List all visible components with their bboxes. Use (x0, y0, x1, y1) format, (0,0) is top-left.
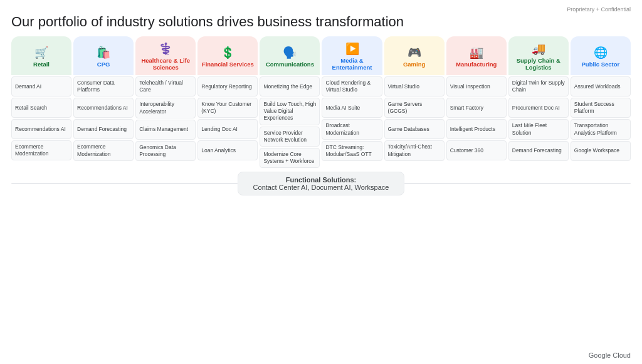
func-line-left (11, 183, 238, 184)
col-header-comms: 🗣️Communications (260, 36, 320, 75)
col-header-cpg: 🛍️CPG (73, 36, 134, 75)
mfg-label: Manufacturing (456, 61, 497, 68)
functional-solutions-box: Functional Solutions: Contact Center AI,… (238, 172, 405, 195)
gaming-icon: 🎮 (408, 46, 421, 60)
cell-comms-0: Monetizing the Edge (260, 76, 320, 96)
col-header-media: ▶️Media & Entertainment (322, 36, 382, 75)
col-cpg: 🛍️CPGConsumer Data PlatformsRecommendati… (73, 36, 134, 160)
cell-health-3: Genomics Data Processing (135, 141, 196, 161)
cell-media-2: Broadcast Modernization (322, 119, 382, 139)
col-header-public: 🌐Public Sector (571, 36, 631, 75)
col-public: 🌐Public SectorAssured WorkloadsStudent S… (571, 36, 631, 160)
cell-financial-0: Regulatory Reporting (197, 76, 258, 96)
cell-health-1: Interoperability Accelerator (135, 98, 196, 118)
cpg-icon: 🛍️ (97, 46, 110, 60)
page-title: Our portfolio of industry solutions driv… (11, 14, 631, 30)
cell-retail-3: Ecommerce Modernization (11, 140, 71, 160)
cell-retail-2: Recommendations AI (11, 119, 71, 139)
col-header-retail: 🛒Retail (11, 36, 71, 75)
cpg-label: CPG (97, 61, 110, 68)
media-label: Media & Entertainment (324, 57, 379, 71)
columns-wrapper: 🛒RetailDemand AIRetail SearchRecommendat… (11, 36, 631, 167)
cell-health-2: Claims Management (135, 120, 196, 140)
func-line-right (404, 183, 631, 184)
cell-gaming-2: Game Databases (384, 119, 445, 139)
cell-financial-1: Know Your Customer (KYC) (197, 98, 258, 118)
google-cloud-label: Google Cloud (11, 351, 631, 359)
col-mfg: 🏭ManufacturingVisual InspectionSmart Fac… (446, 36, 507, 160)
cell-gaming-1: Game Servers (GCGS) (384, 98, 445, 118)
col-header-mfg: 🏭Manufacturing (446, 36, 507, 75)
cell-health-0: Telehealth / Virtual Care (135, 76, 196, 96)
functional-bar: Functional Solutions: Contact Center AI,… (11, 172, 631, 195)
cell-media-3: DTC Streaming: Modular/SaaS OTT (322, 141, 382, 161)
media-icon: ▶️ (345, 42, 359, 56)
cell-cpg-0: Consumer Data Platforms (73, 76, 134, 96)
cell-public-3: Google Workspace (571, 141, 631, 161)
comms-icon: 🗣️ (283, 46, 297, 60)
health-icon: ⚕️ (159, 42, 172, 56)
retail-label: Retail (33, 61, 50, 68)
mfg-icon: 🏭 (470, 46, 483, 60)
col-header-supply: 🚚Supply Chain & Logistics (508, 36, 569, 75)
cell-public-1: Student Success Platform (571, 98, 631, 118)
cell-financial-2: Lending Doc AI (197, 119, 258, 139)
retail-icon: 🛒 (34, 46, 48, 60)
cell-retail-1: Retail Search (11, 98, 71, 118)
cell-comms-3: Modernize Core Systems + Workforce (260, 148, 320, 168)
page-container: Proprietary + Confidential Our portfolio… (0, 0, 642, 364)
col-header-health: ⚕️Healthcare & Life Sciences (135, 36, 196, 75)
col-header-financial: 💲Financial Services (197, 36, 258, 75)
cell-mfg-1: Smart Factory (446, 98, 507, 118)
cell-public-2: Transportation Analytics Platform (571, 119, 631, 139)
cell-mfg-3: Customer 360 (446, 140, 507, 160)
cell-cpg-2: Demand Forecasting (73, 119, 134, 139)
cell-supply-1: Procurement Doc AI (508, 98, 569, 118)
cell-financial-3: Loan Analytics (197, 140, 258, 160)
cell-supply-3: Demand Forecasting (508, 141, 569, 161)
cell-retail-0: Demand AI (11, 76, 71, 96)
gaming-label: Gaming (403, 61, 425, 68)
cell-cpg-1: Recommendations AI (73, 98, 134, 118)
col-supply: 🚚Supply Chain & LogisticsDigital Twin fo… (508, 36, 569, 160)
cell-media-0: Cloud Rendering & Virtual Studio (322, 76, 382, 96)
col-health: ⚕️Healthcare & Life SciencesTelehealth /… (135, 36, 196, 160)
public-label: Public Sector (582, 61, 620, 68)
cell-supply-0: Digital Twin for Supply Chain (508, 76, 569, 96)
col-gaming: 🎮GamingVirtual StudioGame Servers (GCGS)… (384, 36, 445, 160)
confidential-label: Proprietary + Confidential (11, 6, 631, 13)
cell-cpg-3: Ecommerce Modernization (73, 140, 134, 160)
health-label: Healthcare & Life Sciences (138, 57, 193, 71)
col-comms: 🗣️CommunicationsMonetizing the EdgeBuild… (260, 36, 320, 167)
financial-icon: 💲 (221, 46, 234, 60)
col-media: ▶️Media & EntertainmentCloud Rendering &… (322, 36, 382, 160)
financial-label: Financial Services (202, 61, 254, 68)
cell-supply-2: Last Mile Fleet Solution (508, 119, 569, 139)
cell-gaming-0: Virtual Studio (384, 76, 445, 96)
cell-comms-2: Service Provider Network Evolution (260, 127, 320, 147)
col-financial: 💲Financial ServicesRegulatory ReportingK… (197, 36, 258, 160)
cell-comms-1: Build Low Touch, High Value Digital Expe… (260, 98, 320, 125)
cell-mfg-2: Intelligent Products (446, 119, 507, 139)
supply-icon: 🚚 (532, 42, 545, 56)
supply-label: Supply Chain & Logistics (511, 57, 566, 71)
cell-mfg-0: Visual Inspection (446, 76, 507, 96)
grid-area: 🛒RetailDemand AIRetail SearchRecommendat… (11, 36, 631, 349)
public-icon: 🌐 (594, 46, 608, 60)
cell-public-0: Assured Workloads (571, 76, 631, 96)
col-retail: 🛒RetailDemand AIRetail SearchRecommendat… (11, 36, 71, 160)
func-title: Functional Solutions: (253, 176, 389, 184)
cell-media-1: Media AI Suite (322, 98, 382, 118)
col-header-gaming: 🎮Gaming (384, 36, 445, 75)
func-subtitle: Contact Center AI, Document AI, Workspac… (253, 184, 389, 191)
comms-label: Communications (266, 61, 314, 68)
cell-gaming-3: Toxicity/Anti-Cheat Mitigation (384, 140, 445, 160)
